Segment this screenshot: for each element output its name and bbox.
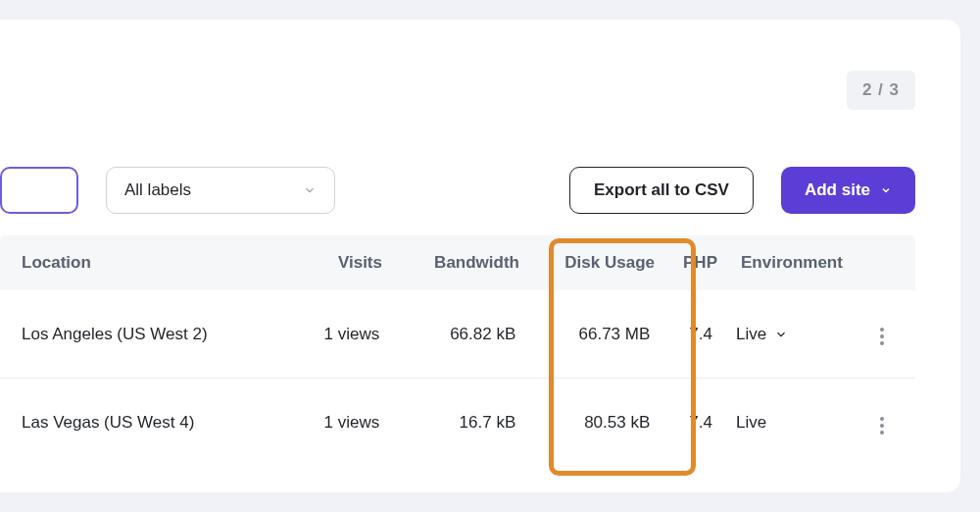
controls-bar: All labels Export all to CSV Add site <box>0 167 915 214</box>
cell-visits: 1 views <box>278 325 387 344</box>
cell-environment: Live <box>720 413 866 433</box>
search-input[interactable] <box>0 167 78 214</box>
table-header: Location Visits Bandwidth Disk Usage PHP… <box>0 235 915 290</box>
export-csv-button[interactable]: Export all to CSV <box>569 167 754 214</box>
col-environment: Environment <box>725 253 872 273</box>
cell-disk: 80.53 kB <box>523 413 669 433</box>
cell-actions <box>866 317 915 351</box>
col-visits: Visits <box>280 253 390 273</box>
environment-label: Live <box>736 413 766 433</box>
cell-disk: 66.73 MB <box>523 325 669 344</box>
export-csv-label: Export all to CSV <box>594 180 729 200</box>
cell-bandwidth: 16.7 kB <box>387 413 523 433</box>
add-site-label: Add site <box>805 180 870 200</box>
cell-location: Los Angeles (US West 2) <box>0 325 278 344</box>
kebab-menu-icon[interactable] <box>874 411 890 440</box>
cell-php: 7.4 <box>669 413 720 433</box>
col-location: Location <box>0 253 280 273</box>
add-site-button[interactable]: Add site <box>781 167 915 214</box>
col-bandwidth: Bandwidth <box>390 253 527 273</box>
main-panel: 2 / 3 All labels Export all to CSV Add s… <box>0 20 960 492</box>
cell-visits: 1 views <box>278 413 387 433</box>
cell-actions <box>866 406 915 440</box>
cell-php: 7.4 <box>669 325 720 344</box>
col-php: PHP <box>674 253 725 273</box>
chevron-down-icon <box>880 184 892 196</box>
sites-table: Location Visits Bandwidth Disk Usage PHP… <box>0 235 915 492</box>
chevron-down-icon <box>774 328 788 341</box>
cell-bandwidth: 66.82 kB <box>387 325 523 344</box>
col-disk: Disk Usage <box>527 253 674 273</box>
cell-location: Las Vegas (US West 4) <box>0 413 278 433</box>
table-row: Las Vegas (US West 4)1 views16.7 kB80.53… <box>0 379 915 467</box>
environment-label: Live <box>736 325 766 344</box>
page-indicator: 2 / 3 <box>847 71 915 110</box>
chevron-down-icon <box>303 183 317 197</box>
labels-dropdown-label: All labels <box>124 180 191 200</box>
cell-environment[interactable]: Live <box>720 325 866 344</box>
labels-dropdown[interactable]: All labels <box>106 167 335 214</box>
kebab-menu-icon[interactable] <box>874 322 890 351</box>
table-body: Los Angeles (US West 2)1 views66.82 kB66… <box>0 290 915 467</box>
table-row: Los Angeles (US West 2)1 views66.82 kB66… <box>0 290 915 379</box>
